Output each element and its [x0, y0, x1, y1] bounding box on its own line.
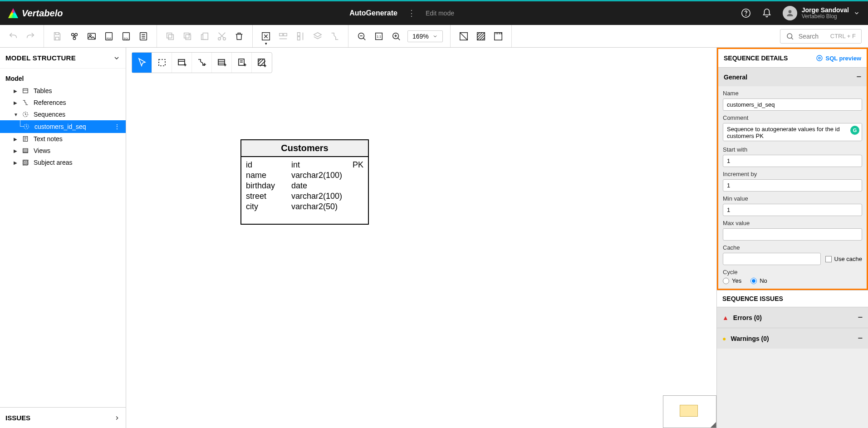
eye-icon: [816, 54, 823, 62]
tree-item-selected-sequence[interactable]: customers_id_seq ⋮: [0, 120, 126, 133]
help-icon[interactable]: [741, 8, 751, 18]
col-name: city: [246, 202, 291, 212]
undo-button[interactable]: [7, 30, 19, 42]
duplicate-button[interactable]: [199, 30, 211, 42]
warnings-header[interactable]: ● Warnings (0) −: [717, 328, 868, 349]
copy-button[interactable]: [164, 30, 176, 42]
minimap[interactable]: [663, 395, 716, 428]
chevron-right-icon: [114, 415, 120, 421]
svg-point-18: [218, 37, 221, 40]
panel-title: SEQUENCE DETAILS: [724, 54, 788, 62]
comment-input[interactable]: [723, 123, 862, 141]
issues-panel-header[interactable]: ISSUES: [0, 407, 126, 428]
zoom-group: 1:1 169%: [348, 25, 451, 47]
redo-button[interactable]: [25, 30, 36, 42]
bell-icon[interactable]: [762, 8, 772, 18]
user-sub: Vertabelo Blog: [802, 14, 849, 20]
route-button[interactable]: [329, 30, 341, 42]
share-button[interactable]: [69, 30, 80, 42]
export-xml-button[interactable]: [137, 30, 149, 42]
search-input[interactable]: [799, 33, 826, 40]
user-menu[interactable]: Jorge Sandoval Vertabelo Blog: [783, 6, 860, 20]
doc-menu-icon[interactable]: ⋮: [407, 8, 416, 18]
cache-input[interactable]: [723, 253, 821, 265]
export-image-button[interactable]: [86, 30, 98, 42]
brand-logo[interactable]: Vertabelo: [8, 8, 63, 19]
tree-item-subjectareas[interactable]: ▶ Subject areas: [0, 157, 126, 168]
tree-item-tables[interactable]: ▶ Tables: [0, 85, 126, 97]
delete-button[interactable]: [233, 30, 245, 42]
undo-group: [0, 25, 44, 47]
general-section-header[interactable]: General −: [718, 67, 867, 86]
start-input[interactable]: [723, 155, 862, 167]
align-v-button[interactable]: [294, 30, 306, 42]
field-label: Cache: [723, 244, 862, 251]
marquee-tool[interactable]: [152, 53, 172, 73]
zoom-11-button[interactable]: 1:1: [373, 30, 385, 42]
tree-label: Views: [34, 147, 50, 154]
zoom-out-button[interactable]: [356, 30, 368, 42]
sequence-details-header: SEQUENCE DETAILS SQL preview: [718, 49, 867, 67]
layers-button[interactable]: [312, 30, 324, 42]
errors-header[interactable]: ▲ Errors (0) −: [717, 307, 868, 328]
model-structure-header[interactable]: MODEL STRUCTURE: [0, 48, 126, 69]
export-sql-button[interactable]: SQL: [120, 30, 132, 42]
svg-rect-39: [159, 59, 165, 66]
reference-icon: [22, 99, 29, 106]
main-toolbar: PDF SQL ▾ 1:1 169% CTRL + F: [0, 25, 868, 48]
more-icon[interactable]: ⋮: [114, 123, 120, 130]
sql-preview-button[interactable]: SQL preview: [816, 54, 861, 62]
select-tool[interactable]: [132, 53, 152, 73]
add-view-tool[interactable]: [212, 53, 232, 73]
use-cache-checkbox[interactable]: Use cache: [825, 256, 862, 262]
hatch-button[interactable]: [475, 30, 487, 42]
sequence-issues-header[interactable]: SEQUENCE ISSUES: [717, 290, 868, 307]
export-pdf-button[interactable]: PDF: [103, 30, 115, 42]
add-area-tool[interactable]: [252, 53, 272, 73]
save-button[interactable]: [51, 30, 63, 42]
paste-button[interactable]: [181, 30, 193, 42]
zoom-dropdown[interactable]: 169%: [407, 30, 443, 42]
highlighted-section: SEQUENCE DETAILS SQL preview General − N…: [717, 48, 868, 290]
svg-rect-21: [280, 33, 283, 36]
fit-button[interactable]: ▾: [260, 30, 272, 42]
zoom-in-button[interactable]: [390, 30, 402, 42]
tree-item-textnotes[interactable]: ▶ Text notes: [0, 133, 126, 145]
tree-item-references[interactable]: ▶ References: [0, 97, 126, 108]
cut-button[interactable]: [216, 30, 228, 42]
search-box[interactable]: CTRL + F: [780, 29, 862, 44]
document-title[interactable]: AutoGenerate: [349, 9, 397, 17]
collapse-icon: −: [858, 313, 863, 322]
ruler-button[interactable]: [492, 30, 504, 42]
section-title: General: [724, 74, 747, 81]
grammarly-icon[interactable]: G: [850, 126, 859, 135]
max-input[interactable]: [723, 228, 862, 241]
entity-customers[interactable]: Customers id int PK name varchar2(100) b…: [240, 139, 369, 225]
tree-item-views[interactable]: ▶ Views: [0, 145, 126, 157]
resize-handle-icon[interactable]: [711, 422, 716, 428]
add-reference-tool[interactable]: [192, 53, 212, 73]
edit-mode-label[interactable]: Edit mode: [426, 10, 454, 17]
add-note-tool[interactable]: [232, 53, 252, 73]
increment-input[interactable]: [723, 179, 862, 192]
min-input[interactable]: [723, 204, 862, 216]
tree-root[interactable]: Model: [0, 72, 126, 85]
col-key: [349, 181, 363, 191]
section-title: SEQUENCE ISSUES: [722, 295, 783, 302]
svg-rect-16: [186, 34, 191, 39]
user-name: Jorge Sandoval: [802, 7, 849, 14]
col-type: int: [291, 160, 349, 170]
canvas[interactable]: Customers id int PK name varchar2(100) b…: [126, 48, 716, 428]
entity-row: id int PK: [246, 160, 363, 170]
minimap-viewport: [680, 405, 698, 417]
app-header: Vertabelo AutoGenerate ⋮ Edit mode Jorge…: [0, 1, 868, 25]
name-input[interactable]: [723, 98, 862, 111]
cycle-no-radio[interactable]: No: [750, 277, 767, 284]
tree-item-sequences[interactable]: ▼ Sequences: [0, 108, 126, 120]
entity-title: Customers: [241, 140, 368, 157]
cycle-yes-radio[interactable]: Yes: [723, 277, 741, 284]
align-h-button[interactable]: [277, 30, 289, 42]
add-table-tool[interactable]: [172, 53, 192, 73]
grid-button[interactable]: [458, 30, 470, 42]
tree-label: customers_id_seq: [34, 123, 86, 130]
